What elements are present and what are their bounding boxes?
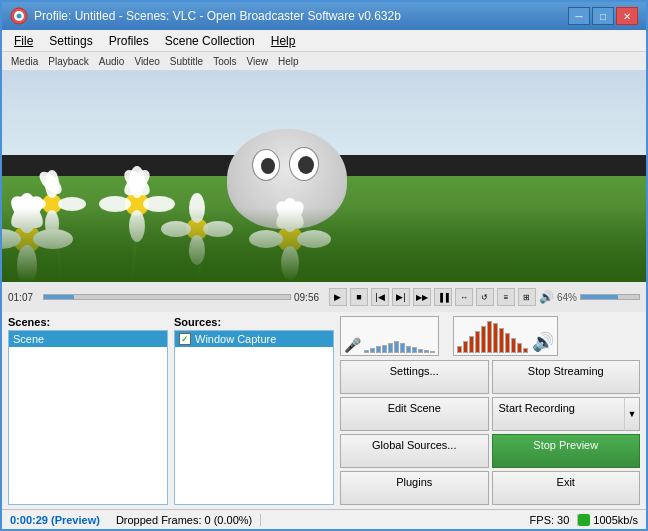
vlc-controls: 01:07 09:56 ▶ ■ |◀ ▶| ▶▶ ▐▐ ↔ ↺ ≡ ⊞ 🔊 64… (2, 282, 646, 312)
meter-bar-r1 (457, 346, 462, 353)
start-recording-wrapper: Start Recording ▼ (492, 397, 641, 431)
meter-bar-r3 (469, 336, 474, 353)
plugins-button[interactable]: Plugins (340, 471, 489, 505)
global-sources-button[interactable]: Global Sources... (340, 434, 489, 468)
meter-bar-r12 (523, 348, 528, 353)
status-fps: FPS: 30 (522, 514, 579, 526)
vlc-time-current: 01:07 (8, 292, 40, 303)
settings-button[interactable]: Settings... (340, 360, 489, 394)
source-item-1-label: Window Capture (195, 333, 276, 345)
menu-bar: File Settings Profiles Scene Collection … (2, 30, 646, 52)
maximize-button[interactable]: □ (592, 7, 614, 25)
exit-button[interactable]: Exit (492, 471, 641, 505)
start-recording-button[interactable]: Start Recording (492, 397, 625, 431)
vlc-playlist-button[interactable]: ≡ (497, 288, 515, 306)
status-kbps-area: 1005kb/s (578, 514, 638, 526)
vlc-repeat-button[interactable]: ↺ (476, 288, 494, 306)
status-dropped-frames: Dropped Frames: 0 (0.00%) (108, 514, 261, 526)
foreground-leaves (2, 208, 646, 282)
meter-bar-r8 (499, 328, 504, 354)
vlc-time-total: 09:56 (294, 292, 326, 303)
meter-bar-r9 (505, 333, 510, 353)
sources-list[interactable]: ✓ Window Capture (174, 330, 334, 505)
vlc-menu-subtitle[interactable]: Subtitle (165, 55, 208, 68)
close-button[interactable]: ✕ (616, 7, 638, 25)
meter-bar-l11 (424, 350, 429, 353)
vlc-menu-playback[interactable]: Playback (43, 55, 94, 68)
meter-bar-r6 (487, 321, 492, 353)
minimize-button[interactable]: ─ (568, 7, 590, 25)
vlc-menu-media[interactable]: Media (6, 55, 43, 68)
sources-label: Sources: (174, 316, 334, 328)
audio-buttons-row: 🎤 (340, 316, 640, 356)
vlc-menu-audio[interactable]: Audio (94, 55, 130, 68)
meter-bar-l9 (412, 347, 417, 353)
video-scene (2, 70, 646, 282)
meter-bar-r11 (517, 343, 522, 353)
audio-meter-right: 🔊 (453, 316, 558, 356)
vlc-stop-button[interactable]: ■ (350, 288, 368, 306)
vlc-menu-help[interactable]: Help (273, 55, 304, 68)
start-recording-dropdown[interactable]: ▼ (624, 397, 640, 431)
vlc-prev-button[interactable]: |◀ (371, 288, 389, 306)
stop-preview-button[interactable]: Stop Preview (492, 434, 641, 468)
app-icon (10, 7, 28, 25)
vlc-volume-pct: 64% (557, 292, 577, 303)
meter-bar-r2 (463, 341, 468, 353)
vlc-menubar: Media Playback Audio Video Subtitle Tool… (2, 52, 646, 70)
audio-meter-left: 🎤 (340, 316, 439, 356)
right-panel: 🎤 (340, 316, 640, 505)
meter-bar-l12 (430, 351, 435, 353)
scenes-list[interactable]: Scene (8, 330, 168, 505)
scenes-sources-row: Scenes: Scene Sources: ✓ Window Capture (8, 316, 640, 505)
vlc-extend-button[interactable]: ⊞ (518, 288, 536, 306)
title-bar-text: Profile: Untitled - Scenes: VLC - Open B… (34, 9, 568, 23)
menu-scene-collection[interactable]: Scene Collection (157, 30, 263, 52)
meter-bar-r4 (475, 331, 480, 353)
meter-bar-l3 (376, 346, 381, 353)
menu-help[interactable]: Help (263, 30, 304, 52)
menu-settings[interactable]: Settings (41, 30, 100, 52)
vlc-area: Media Playback Audio Video Subtitle Tool… (2, 52, 646, 312)
meter-bar-r7 (493, 323, 498, 353)
menu-file[interactable]: File (6, 30, 41, 52)
status-kbps: 1005kb/s (593, 514, 638, 526)
scenes-label: Scenes: (8, 316, 168, 328)
meter-bar-l8 (406, 346, 411, 353)
vlc-progress-fill (44, 295, 74, 299)
scene-item-1[interactable]: Scene (9, 331, 167, 347)
meter-bar-l10 (418, 349, 423, 353)
title-bar-controls: ─ □ ✕ (568, 7, 638, 25)
buttons-grid: Settings... Stop Streaming Edit Scene St… (340, 360, 640, 505)
status-time: 0:00:29 (Preview) (10, 514, 100, 526)
vlc-frame-button[interactable]: ▐▐ (434, 288, 452, 306)
vlc-random-button[interactable]: ↔ (455, 288, 473, 306)
kbps-indicator (578, 514, 590, 526)
stop-streaming-button[interactable]: Stop Streaming (492, 360, 641, 394)
meter-bars-left (364, 319, 435, 353)
main-window: Profile: Untitled - Scenes: VLC - Open B… (0, 0, 648, 531)
source-checkbox-1[interactable]: ✓ (179, 333, 191, 345)
vlc-menu-view[interactable]: View (242, 55, 274, 68)
meter-bars-right (457, 319, 528, 353)
meter-bar-l5 (388, 343, 393, 353)
meter-bar-l1 (364, 350, 369, 353)
vlc-volume-bar[interactable] (580, 294, 640, 300)
edit-scene-button[interactable]: Edit Scene (340, 397, 489, 431)
vlc-menu-tools[interactable]: Tools (208, 55, 241, 68)
vlc-volume-icon: 🔊 (539, 290, 554, 304)
meter-bar-l4 (382, 345, 387, 354)
vlc-play-button[interactable]: ▶ (329, 288, 347, 306)
vlc-progress-bar[interactable] (43, 294, 291, 300)
menu-profiles[interactable]: Profiles (101, 30, 157, 52)
main-content: Scenes: Scene Sources: ✓ Window Capture (2, 312, 646, 509)
speaker-icon: 🔊 (532, 331, 554, 353)
vlc-slow-button[interactable]: ▶▶ (413, 288, 431, 306)
vlc-next-button[interactable]: ▶| (392, 288, 410, 306)
source-item-1[interactable]: ✓ Window Capture (175, 331, 333, 347)
vlc-menu-video[interactable]: Video (129, 55, 164, 68)
vlc-volume-fill (581, 295, 618, 299)
meter-bar-l7 (400, 343, 405, 353)
meter-bar-r10 (511, 338, 516, 353)
scene-item-1-label: Scene (13, 333, 44, 345)
